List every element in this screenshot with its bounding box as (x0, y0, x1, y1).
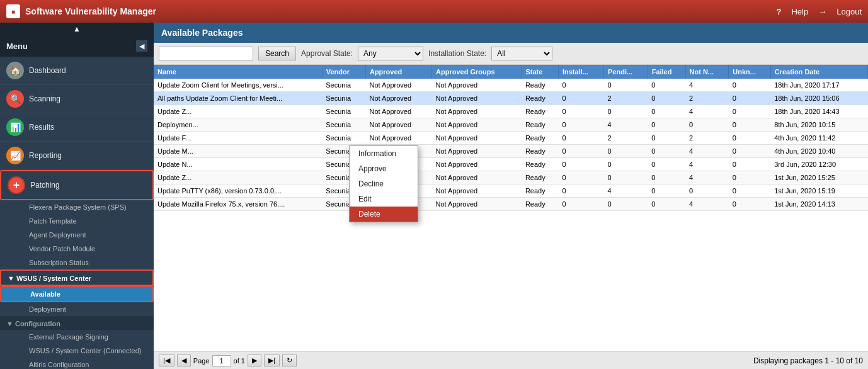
context-menu-decline[interactable]: Decline (350, 176, 418, 191)
page-first-button[interactable]: |◀ (159, 355, 174, 366)
sidebar-item-reporting[interactable]: 📈 Reporting (0, 142, 154, 170)
cell-approved-groups: Not Approved (432, 171, 522, 184)
context-menu-edit[interactable]: Edit (350, 191, 418, 207)
context-menu-information[interactable]: Information (350, 146, 418, 161)
toolbar: Search Approval State: Any Approved Not … (154, 43, 868, 65)
cell-vendor: Secunia (322, 118, 365, 132)
cell-approved: Not Approved (365, 79, 431, 92)
cell-approved-groups: Not Approved (432, 132, 522, 145)
context-menu-approve[interactable]: Approve (350, 161, 418, 176)
cell-state: Ready (522, 198, 559, 211)
cell-not-n: 2 (685, 132, 729, 145)
page-next-button[interactable]: ▶ (248, 355, 261, 366)
cell-approved: Not Approved (365, 92, 431, 105)
table-row[interactable]: All paths Update Zoom Client for Meeti..… (154, 92, 868, 105)
table-row[interactable]: Update Z... Secunia Not Approved Not App… (154, 105, 868, 118)
table-row[interactable]: Update PuTTY (x86), version 0.73.0.0,...… (154, 184, 868, 198)
col-vendor: Vendor (322, 65, 365, 79)
cell-pending: 0 (604, 79, 648, 92)
title-bar-right: ? Help → Logout (777, 7, 862, 16)
cell-install: 0 (558, 118, 603, 132)
table-row[interactable]: Update M... Secunia Not Approved Not App… (154, 145, 868, 158)
cell-approved-groups: Not Approved (432, 158, 522, 171)
cell-unkn: 0 (729, 105, 770, 118)
page-total: of 1 (234, 357, 245, 365)
sidebar-subitem-altiris[interactable]: Altiris Configuration (0, 358, 154, 369)
sidebar-subitem-flexera[interactable]: Flexera Package System (SPS) (0, 200, 154, 214)
cell-failed: 0 (648, 158, 685, 171)
sidebar-collapse-button[interactable]: ◀ (136, 40, 147, 52)
cell-vendor: Secunia (322, 132, 365, 145)
context-menu-delete[interactable]: Delete (350, 207, 418, 222)
cell-not-n: 4 (685, 171, 729, 184)
cell-creation-date: 1st Jun, 2020 14:13 (770, 198, 867, 211)
table-row[interactable]: Update F... Secunia Not Approved Not App… (154, 132, 868, 145)
table-footer: |◀ ◀ Page 1 of 1 ▶ ▶| ↻ Displaying packa… (154, 351, 868, 369)
search-input[interactable] (159, 47, 253, 60)
cell-approved-groups: Not Approved (432, 145, 522, 158)
cell-unkn: 0 (729, 118, 770, 132)
page-prev-button[interactable]: ◀ (177, 355, 191, 366)
table-row[interactable]: Update Z... Secunia Not Approved Not App… (154, 171, 868, 184)
sidebar-subitem-patch-template[interactable]: Patch Template (0, 214, 154, 228)
cell-creation-date: 3rd Jun, 2020 12:30 (770, 158, 867, 171)
table-row[interactable]: Update Mozilla Firefox 75.x, version 76.… (154, 198, 868, 211)
app-title: Software Vulnerability Manager (25, 6, 156, 16)
cell-approved-groups: Not Approved (432, 92, 522, 105)
table-row[interactable]: Deploymen... Secunia Not Approved Not Ap… (154, 118, 868, 132)
sidebar-subitem-wsus-connected[interactable]: WSUS / System Center (Connected) (0, 344, 154, 358)
refresh-button[interactable]: ↻ (282, 355, 297, 366)
help-button[interactable]: Help (791, 7, 808, 16)
table-row[interactable]: Update N... Secunia Not Approved Not App… (154, 158, 868, 171)
page-label: Page (193, 357, 210, 365)
displaying-info: Displaying packages 1 - 10 of 10 (753, 356, 863, 365)
col-pending: Pendi... (604, 65, 648, 79)
sidebar-item-results[interactable]: 📊 Results (0, 113, 154, 142)
sidebar-subitem-external-signing[interactable]: External Package Signing (0, 330, 154, 344)
col-state: State (522, 65, 559, 79)
sidebar-subitem-agent-deployment[interactable]: Agent Deployment (0, 228, 154, 242)
cell-failed: 0 (648, 171, 685, 184)
cell-unkn: 0 (729, 198, 770, 211)
sidebar-item-dashboard[interactable]: 🏠 Dashboard (0, 57, 154, 85)
cell-not-n: 4 (685, 198, 729, 211)
cell-install: 0 (558, 79, 603, 92)
cell-pending: 0 (604, 105, 648, 118)
app-logo: ■ (6, 4, 20, 18)
sidebar-subitem-available[interactable]: Available (0, 286, 154, 302)
help-icon: ? (777, 7, 782, 16)
sidebar-item-patching[interactable]: + Patching (0, 170, 154, 200)
page-last-button[interactable]: ▶| (264, 355, 280, 366)
sidebar-subitem-subscription[interactable]: Subscription Status (0, 256, 154, 270)
cell-failed: 0 (648, 79, 685, 92)
content-header: Available Packages (154, 23, 868, 43)
sidebar-item-scanning[interactable]: 🔍 Scanning (0, 85, 154, 113)
cell-name: Update F... (154, 132, 322, 145)
sidebar-subitem-vendor-patch[interactable]: Vendor Patch Module (0, 242, 154, 256)
cell-failed: 0 (648, 92, 685, 105)
sidebar-scroll-up[interactable]: ▲ (0, 23, 154, 35)
cell-unkn: 0 (729, 92, 770, 105)
config-section-header: ▼ Configuration (0, 316, 154, 330)
cell-state: Ready (522, 145, 559, 158)
patching-icon: + (8, 176, 25, 194)
page-number-input[interactable]: 1 (212, 355, 231, 366)
cell-approved: Not Approved (365, 118, 431, 132)
col-name: Name (154, 65, 322, 79)
logout-button[interactable]: Logout (837, 7, 862, 16)
cell-not-n: 4 (685, 158, 729, 171)
cell-approved-groups: Not Approved (432, 105, 522, 118)
cell-install: 0 (558, 158, 603, 171)
cell-state: Ready (522, 118, 559, 132)
sidebar-subitem-deployment[interactable]: Deployment (0, 302, 154, 316)
approval-state-select[interactable]: Any Approved Not Approved (358, 47, 423, 60)
cell-pending: 0 (604, 198, 648, 211)
scanning-icon: 🔍 (6, 90, 24, 108)
search-button[interactable]: Search (258, 47, 296, 60)
cell-vendor: Secunia (322, 79, 365, 92)
table-row[interactable]: Update Zoom Client for Meetings, versi..… (154, 79, 868, 92)
sidebar-item-label-patching: Patching (30, 181, 60, 190)
title-bar-left: ■ Software Vulnerability Manager (6, 4, 156, 18)
dashboard-icon: 🏠 (6, 62, 24, 79)
installation-state-select[interactable]: All Installed Not Installed (491, 47, 552, 60)
